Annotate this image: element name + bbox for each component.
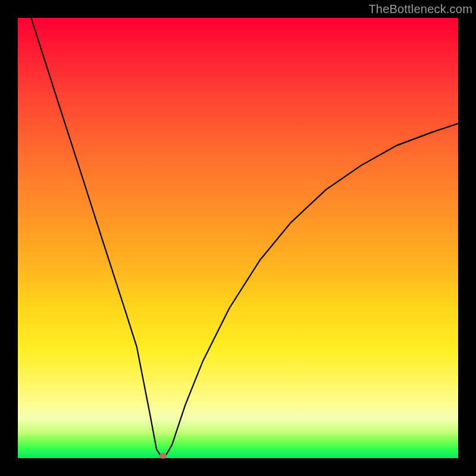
curve-layer [18, 18, 458, 458]
bottleneck-curve [31, 18, 458, 456]
chart-frame: TheBottleneck.com [0, 0, 476, 476]
optimal-point-marker [159, 453, 167, 459]
watermark-text: TheBottleneck.com [368, 2, 472, 16]
plot-area [18, 18, 458, 458]
